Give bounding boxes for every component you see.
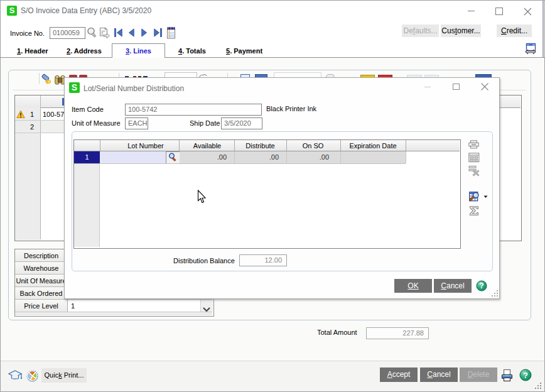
svg-text:?: ? <box>479 281 483 290</box>
svg-text:?: ? <box>523 371 528 380</box>
